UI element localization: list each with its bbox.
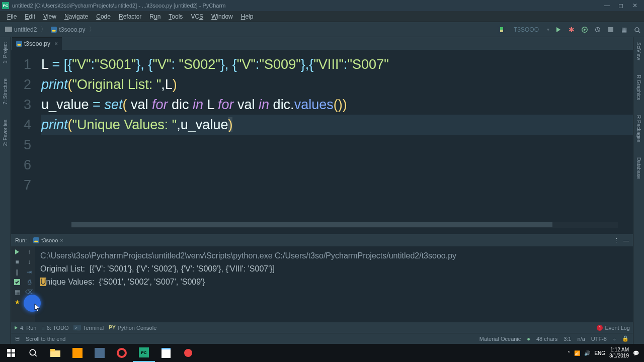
run-panel-header: Run: t3sooo × ⋮ — [11,234,633,246]
menu-refactor[interactable]: Refactor [115,12,145,21]
right-tool-rail: SciView R Graphics R Packages Database [633,37,644,344]
up-arrow-icon[interactable]: ↑ [25,248,33,255]
maximize-button[interactable]: ◻ [614,0,628,11]
menu-file[interactable]: File [3,12,21,21]
run-config-select[interactable]: T3SOOO [511,25,542,34]
menu-help[interactable]: Help [237,12,258,21]
window-title: untitled2 [C:\Users\t3so\PycharmProjects… [12,3,225,9]
menu-code[interactable]: Code [92,12,115,21]
exit-button[interactable] [13,279,21,286]
run-coverage-button[interactable] [581,26,589,34]
breadcrumb-file[interactable]: t3sooo.py [49,26,87,33]
tab-terminal[interactable]: >_Terminal [73,325,104,331]
menu-tools[interactable]: Tools [165,12,187,21]
svg-rect-12 [12,349,15,352]
panel-settings-icon[interactable]: ⋮ [614,237,619,244]
search-button[interactable] [22,344,44,362]
panel-minimize-icon[interactable]: — [623,237,629,244]
run-label: Run: [15,237,27,243]
print-icon[interactable]: ⎙ [25,279,33,286]
run-tab[interactable]: t3sooo × [30,237,66,243]
tool-rpackages[interactable]: R Packages [636,115,641,142]
taskbar-pycharm[interactable]: PC [133,344,155,362]
menu-view[interactable]: View [39,12,60,21]
pause-button[interactable]: ‖ [13,268,21,276]
file-tab[interactable]: t3sooo.py × [12,37,62,50]
statusbar: ⊟ Scroll to the end Material Oceanic ● 4… [11,333,633,344]
status-chars: 48 chars [536,336,557,342]
tab-python-console[interactable]: PYPython Console [109,325,156,331]
main-area: 1: Project 7: Structure 2: Favorites t3s… [0,37,644,344]
tray-notifications-icon[interactable]: 💬 [633,350,639,356]
profile-button[interactable] [594,26,602,34]
chevron-down-icon[interactable]: ▾ [547,27,549,32]
pin-icon[interactable]: ★ [13,299,21,306]
taskbar-record[interactable] [177,344,199,362]
tool-structure[interactable]: 7: Structure [3,78,8,105]
status-encoding[interactable]: UTF-8 [591,336,607,342]
menu-navigate[interactable]: Navigate [60,12,92,21]
lock-icon[interactable]: 🔒 [622,335,629,342]
down-arrow-icon[interactable]: ↓ [25,258,33,265]
run-button[interactable] [554,26,562,34]
tray-chevron-icon[interactable]: ˄ [568,350,570,356]
status-position[interactable]: 3:1 [564,336,571,342]
tool-favorites[interactable]: 2: Favorites [3,120,8,146]
run-panel: Run: t3sooo × ⋮ — ■ ‖ ▦ ★ [11,234,633,322]
tray-language[interactable]: ENG [594,350,605,356]
tool-sciview[interactable]: SciView [636,42,641,60]
svg-rect-7 [17,44,21,46]
tray-clock[interactable]: 1:12 AM3/1/2019 [609,347,629,359]
rerun-button[interactable] [13,248,21,255]
menu-vcs[interactable]: VCS [187,12,207,21]
code-editor[interactable]: 1234567 L = [{"V":"S001"}, {"V": "S002"}… [11,50,633,234]
system-tray[interactable]: ˄ 📶 🔊 ENG 1:12 AM3/1/2019 💬 [568,347,644,359]
search-button[interactable] [633,26,641,34]
menu-edit[interactable]: Edit [21,12,39,21]
tab-event-log[interactable]: 1Event Log [597,325,630,331]
close-run-tab-icon[interactable]: × [60,237,63,243]
tool-project[interactable]: 1: Project [3,42,8,63]
taskbar-app1[interactable] [89,344,111,362]
chevron-right-icon: 〉 [87,25,97,34]
close-button[interactable]: ✕ [628,0,642,11]
window-titlebar: PC untitled2 [C:\Users\t3so\PycharmProje… [0,0,644,11]
taskbar-sublime[interactable] [66,344,89,362]
start-button[interactable] [0,344,22,362]
layout-icon[interactable]: ▦ [13,289,21,296]
stop-process-button[interactable]: ■ [13,258,21,265]
tab-run[interactable]: 4: Run [14,325,36,331]
status-theme[interactable]: Material Oceanic [479,336,521,342]
layout-button[interactable]: ▦ [620,26,628,34]
soft-wrap-icon[interactable]: ⇥ [25,268,33,276]
taskbar-explorer[interactable] [44,344,66,362]
svg-rect-17 [50,349,55,351]
tab-todo[interactable]: ≡6: TODO [41,325,68,331]
python-icon [51,27,57,33]
windows-taskbar: PC ˄ 📶 🔊 ENG 1:12 AM3/1/2019 💬 [0,344,644,362]
tray-network-icon[interactable]: 📶 [574,350,580,356]
debug-button[interactable]: ✱ [568,26,576,34]
tool-database[interactable]: Database [636,157,641,179]
close-tab-icon[interactable]: × [54,40,58,47]
tool-rgraphics[interactable]: R Graphics [636,75,641,100]
console-output[interactable]: C:\Users\t3so\PycharmProjects\untitled2\… [35,246,633,322]
navbar: untitled2 〉 t3sooo.py 〉 T3SOOO ▾ ✱ ▦ [0,22,644,37]
menu-window[interactable]: Window [207,12,237,21]
stop-button[interactable] [607,26,615,34]
svg-rect-11 [7,349,11,352]
svg-rect-9 [35,241,39,242]
taskbar-opera[interactable] [111,344,133,362]
chevron-icon: ÷ [613,336,616,342]
editor-zone: t3sooo.py × 1234567 L = [{"V":"S001"}, {… [11,37,633,344]
tray-volume-icon[interactable]: 🔊 [584,350,590,356]
python-icon [33,237,39,243]
menu-run[interactable]: Run [145,12,165,21]
minimize-button[interactable]: — [600,0,614,11]
taskbar-notepad[interactable] [155,344,177,362]
breadcrumb-project[interactable]: untitled2 [3,26,39,33]
horizontal-scrollbar[interactable] [71,222,618,228]
svg-point-5 [635,28,639,32]
code-content[interactable]: L = [{"V":"S001"}, {"V": "S002"}, {"V":"… [36,50,633,234]
svg-rect-6 [16,41,22,47]
